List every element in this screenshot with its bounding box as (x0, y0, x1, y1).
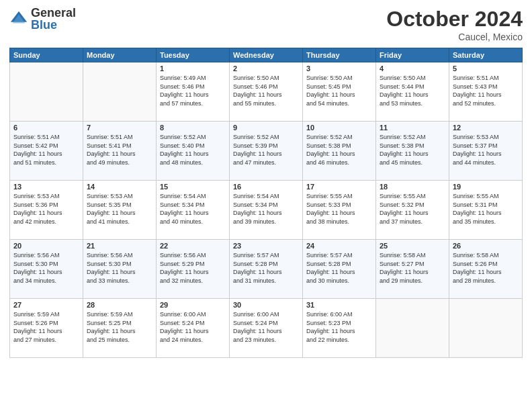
day-info-8: Sunrise: 5:52 AM Sunset: 5:40 PM Dayligh… (160, 133, 226, 167)
col-wednesday: Wednesday (230, 48, 303, 62)
day-info-30: Sunrise: 6:00 AM Sunset: 5:24 PM Dayligh… (233, 310, 299, 344)
cell-w0-d5: 4Sunrise: 5:50 AM Sunset: 5:44 PM Daylig… (376, 62, 449, 122)
day-number-21: 21 (87, 242, 152, 250)
day-info-27: Sunrise: 5:59 AM Sunset: 5:26 PM Dayligh… (13, 310, 79, 344)
day-number-4: 4 (380, 64, 445, 73)
day-info-18: Sunrise: 5:55 AM Sunset: 5:32 PM Dayligh… (380, 192, 445, 226)
day-number-28: 28 (87, 301, 152, 309)
day-info-17: Sunrise: 5:55 AM Sunset: 5:33 PM Dayligh… (306, 192, 372, 226)
logo-text: General Blue (31, 7, 76, 31)
day-number-29: 29 (160, 301, 226, 309)
day-info-16: Sunrise: 5:54 AM Sunset: 5:34 PM Dayligh… (233, 192, 299, 226)
cell-w4-d6 (449, 299, 523, 358)
day-info-23: Sunrise: 5:57 AM Sunset: 5:28 PM Dayligh… (233, 251, 299, 285)
day-info-28: Sunrise: 5:59 AM Sunset: 5:25 PM Dayligh… (87, 310, 152, 344)
day-number-15: 15 (160, 183, 226, 191)
day-number-7: 7 (87, 124, 152, 132)
day-info-5: Sunrise: 5:51 AM Sunset: 5:43 PM Dayligh… (453, 74, 519, 107)
day-info-20: Sunrise: 5:56 AM Sunset: 5:30 PM Dayligh… (13, 251, 79, 285)
day-info-9: Sunrise: 5:52 AM Sunset: 5:39 PM Dayligh… (233, 133, 299, 167)
day-info-1: Sunrise: 5:49 AM Sunset: 5:46 PM Dayligh… (160, 74, 226, 107)
title-area: October 2024 Caucel, Mexico (386, 7, 523, 42)
cell-w2-d5: 18Sunrise: 5:55 AM Sunset: 5:32 PM Dayli… (376, 181, 449, 240)
logo-blue-text: Blue (31, 19, 76, 31)
day-info-11: Sunrise: 5:52 AM Sunset: 5:38 PM Dayligh… (380, 133, 445, 167)
day-number-25: 25 (380, 242, 445, 250)
day-number-5: 5 (453, 64, 519, 73)
day-number-31: 31 (306, 301, 372, 309)
col-sunday: Sunday (10, 48, 83, 62)
logo-icon (9, 9, 28, 28)
day-info-4: Sunrise: 5:50 AM Sunset: 5:44 PM Dayligh… (380, 74, 445, 107)
day-number-6: 6 (13, 124, 79, 132)
calendar-table: Sunday Monday Tuesday Wednesday Thursday… (9, 48, 523, 358)
cell-w3-d3: 23Sunrise: 5:57 AM Sunset: 5:28 PM Dayli… (230, 240, 303, 299)
calendar-header-row: Sunday Monday Tuesday Wednesday Thursday… (10, 48, 523, 62)
day-number-1: 1 (160, 64, 226, 73)
day-info-10: Sunrise: 5:52 AM Sunset: 5:38 PM Dayligh… (306, 133, 372, 167)
day-number-8: 8 (160, 124, 226, 132)
day-number-22: 22 (160, 242, 226, 250)
cell-w0-d6: 5Sunrise: 5:51 AM Sunset: 5:43 PM Daylig… (449, 62, 523, 122)
day-info-6: Sunrise: 5:51 AM Sunset: 5:42 PM Dayligh… (13, 133, 79, 167)
cell-w1-d4: 10Sunrise: 5:52 AM Sunset: 5:38 PM Dayli… (303, 122, 376, 181)
day-number-14: 14 (87, 183, 152, 191)
day-number-16: 16 (233, 183, 299, 191)
title-location: Caucel, Mexico (386, 32, 523, 42)
day-number-26: 26 (453, 242, 519, 250)
page: General Blue October 2024 Caucel, Mexico… (0, 0, 532, 411)
cell-w0-d1 (83, 62, 157, 122)
logo: General Blue (9, 7, 76, 31)
day-info-14: Sunrise: 5:53 AM Sunset: 5:35 PM Dayligh… (87, 192, 152, 226)
cell-w3-d4: 24Sunrise: 5:57 AM Sunset: 5:28 PM Dayli… (303, 240, 376, 299)
cell-w3-d0: 20Sunrise: 5:56 AM Sunset: 5:30 PM Dayli… (10, 240, 83, 299)
cell-w4-d5 (376, 299, 449, 358)
cell-w1-d1: 7Sunrise: 5:51 AM Sunset: 5:41 PM Daylig… (83, 122, 157, 181)
cell-w4-d2: 29Sunrise: 6:00 AM Sunset: 5:24 PM Dayli… (157, 299, 230, 358)
day-info-29: Sunrise: 6:00 AM Sunset: 5:24 PM Dayligh… (160, 310, 226, 344)
day-info-24: Sunrise: 5:57 AM Sunset: 5:28 PM Dayligh… (306, 251, 372, 285)
cell-w4-d4: 31Sunrise: 6:00 AM Sunset: 5:23 PM Dayli… (303, 299, 376, 358)
day-number-13: 13 (13, 183, 79, 191)
cell-w4-d3: 30Sunrise: 6:00 AM Sunset: 5:24 PM Dayli… (230, 299, 303, 358)
day-info-7: Sunrise: 5:51 AM Sunset: 5:41 PM Dayligh… (87, 133, 152, 167)
day-number-12: 12 (453, 124, 519, 132)
cell-w1-d0: 6Sunrise: 5:51 AM Sunset: 5:42 PM Daylig… (10, 122, 83, 181)
day-number-23: 23 (233, 242, 299, 250)
day-info-12: Sunrise: 5:53 AM Sunset: 5:37 PM Dayligh… (453, 133, 519, 167)
week-row-3: 20Sunrise: 5:56 AM Sunset: 5:30 PM Dayli… (10, 240, 523, 299)
day-number-17: 17 (306, 183, 372, 191)
day-number-9: 9 (233, 124, 299, 132)
week-row-4: 27Sunrise: 5:59 AM Sunset: 5:26 PM Dayli… (10, 299, 523, 358)
day-number-27: 27 (13, 301, 79, 309)
day-number-11: 11 (380, 124, 445, 132)
cell-w0-d3: 2Sunrise: 5:50 AM Sunset: 5:46 PM Daylig… (230, 62, 303, 122)
week-row-1: 6Sunrise: 5:51 AM Sunset: 5:42 PM Daylig… (10, 122, 523, 181)
col-thursday: Thursday (303, 48, 376, 62)
cell-w4-d0: 27Sunrise: 5:59 AM Sunset: 5:26 PM Dayli… (10, 299, 83, 358)
day-info-21: Sunrise: 5:56 AM Sunset: 5:30 PM Dayligh… (87, 251, 152, 285)
day-number-24: 24 (306, 242, 372, 250)
cell-w1-d3: 9Sunrise: 5:52 AM Sunset: 5:39 PM Daylig… (230, 122, 303, 181)
day-info-2: Sunrise: 5:50 AM Sunset: 5:46 PM Dayligh… (233, 74, 299, 107)
day-info-3: Sunrise: 5:50 AM Sunset: 5:45 PM Dayligh… (306, 74, 372, 107)
cell-w1-d6: 12Sunrise: 5:53 AM Sunset: 5:37 PM Dayli… (449, 122, 523, 181)
cell-w2-d0: 13Sunrise: 5:53 AM Sunset: 5:36 PM Dayli… (10, 181, 83, 240)
col-saturday: Saturday (449, 48, 523, 62)
day-info-25: Sunrise: 5:58 AM Sunset: 5:27 PM Dayligh… (380, 251, 445, 285)
cell-w2-d2: 15Sunrise: 5:54 AM Sunset: 5:34 PM Dayli… (157, 181, 230, 240)
cell-w0-d0 (10, 62, 83, 122)
title-month: October 2024 (386, 7, 523, 32)
day-info-19: Sunrise: 5:55 AM Sunset: 5:31 PM Dayligh… (453, 192, 519, 226)
cell-w3-d6: 26Sunrise: 5:58 AM Sunset: 5:26 PM Dayli… (449, 240, 523, 299)
day-info-15: Sunrise: 5:54 AM Sunset: 5:34 PM Dayligh… (160, 192, 226, 226)
day-number-2: 2 (233, 64, 299, 73)
cell-w0-d2: 1Sunrise: 5:49 AM Sunset: 5:46 PM Daylig… (157, 62, 230, 122)
col-tuesday: Tuesday (157, 48, 230, 62)
cell-w2-d6: 19Sunrise: 5:55 AM Sunset: 5:31 PM Dayli… (449, 181, 523, 240)
day-info-22: Sunrise: 5:56 AM Sunset: 5:29 PM Dayligh… (160, 251, 226, 285)
col-friday: Friday (376, 48, 449, 62)
day-info-26: Sunrise: 5:58 AM Sunset: 5:26 PM Dayligh… (453, 251, 519, 285)
cell-w1-d2: 8Sunrise: 5:52 AM Sunset: 5:40 PM Daylig… (157, 122, 230, 181)
cell-w0-d4: 3Sunrise: 5:50 AM Sunset: 5:45 PM Daylig… (303, 62, 376, 122)
